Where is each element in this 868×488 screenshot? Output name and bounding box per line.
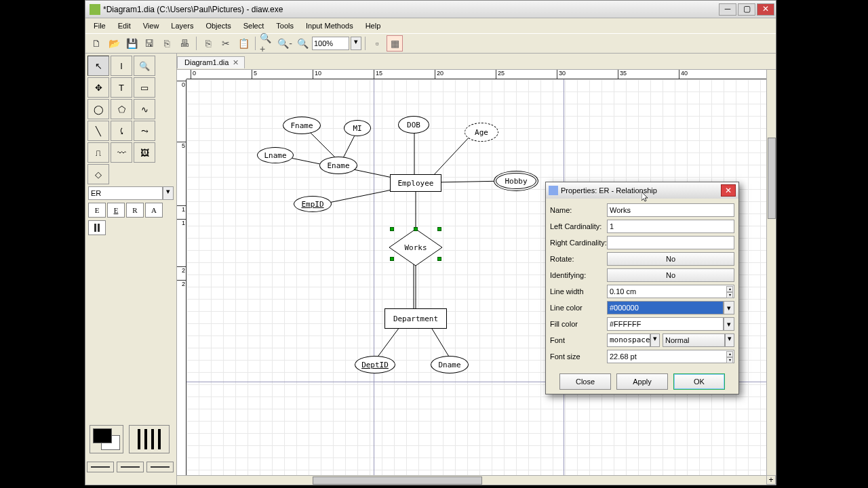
menu-layers[interactable]: Layers — [165, 20, 199, 31]
input-linecolor[interactable]: #000000 — [607, 301, 724, 314]
er-weakentity-icon[interactable]: E — [107, 203, 125, 218]
save-icon[interactable]: 💾 — [123, 35, 140, 52]
polyline-tool-icon[interactable]: ⎍ — [87, 142, 109, 163]
menu-objects[interactable]: Objects — [200, 20, 236, 31]
fillcolor-dropdown-icon[interactable]: ▾ — [724, 317, 734, 331]
spin-up-icon[interactable]: ▴ — [726, 286, 733, 292]
menu-input-methods[interactable]: Input Methods — [300, 20, 359, 31]
window-close-button[interactable]: ✕ — [757, 3, 774, 16]
er-attr-empid[interactable]: EmpID — [294, 196, 332, 212]
zoomout-icon[interactable]: 🔍- — [277, 35, 293, 52]
ok-button[interactable]: OK — [673, 373, 725, 390]
fontstyle-dropdown-icon[interactable]: ▾ — [725, 333, 734, 347]
input-rightcard[interactable] — [607, 236, 734, 249]
input-name[interactable]: Works — [607, 203, 734, 217]
er-participation-icon[interactable] — [88, 220, 106, 235]
zoom-tool-icon[interactable]: 🔍 — [134, 56, 155, 76]
close-button[interactable]: Close — [559, 373, 611, 390]
zigzag-tool-icon[interactable]: ⤳ — [134, 121, 155, 141]
input-font-style[interactable]: Normal — [663, 333, 725, 347]
separator — [255, 37, 256, 50]
er-attr-dname[interactable]: Dname — [431, 356, 469, 373]
er-entity-icon[interactable]: E — [88, 203, 106, 218]
polygon-tool-icon[interactable]: ⬠ — [111, 99, 132, 119]
er-entity-department[interactable]: Department — [384, 308, 447, 329]
pointer-tool-icon[interactable]: ↖ — [87, 56, 109, 76]
bezierline-tool-icon[interactable]: 〰 — [111, 142, 132, 163]
print-icon[interactable]: 🖶 — [176, 35, 193, 52]
text-tool-icon[interactable]: T — [111, 77, 132, 98]
toggle-rotate[interactable]: No — [607, 252, 734, 266]
grid-icon[interactable]: ▦ — [387, 35, 403, 52]
input-fontsize[interactable]: 22.68 pt ▴▾ — [607, 350, 734, 363]
image-tool-icon[interactable]: 🖼 — [134, 142, 155, 163]
snap-icon[interactable]: ▫ — [369, 35, 385, 52]
color-swatch[interactable] — [90, 425, 123, 453]
fontfamily-dropdown-icon[interactable]: ▾ — [650, 333, 660, 347]
er-attr-mi[interactable]: MI — [344, 120, 371, 136]
open-icon[interactable]: 📂 — [106, 35, 122, 52]
scrollbar-vertical[interactable] — [766, 70, 776, 475]
outline-tool-icon[interactable]: ◇ — [87, 164, 109, 184]
er-entity-employee[interactable]: Employee — [390, 174, 441, 192]
input-leftcard[interactable]: 1 — [607, 220, 734, 233]
er-attr-fname[interactable]: Fname — [283, 117, 321, 134]
er-attribute-icon[interactable]: A — [145, 203, 163, 218]
export-icon[interactable]: ⎘ — [159, 35, 175, 52]
menu-view[interactable]: View — [138, 20, 165, 31]
shape-category-dropdown-icon[interactable]: ▾ — [163, 186, 174, 200]
zoom-corner-icon[interactable]: + — [766, 475, 776, 485]
input-linewidth[interactable]: 0.10 cm ▴▾ — [607, 285, 734, 298]
input-fillcolor[interactable]: #FFFFFF — [607, 317, 724, 331]
dialog-close-button[interactable]: ✕ — [721, 184, 736, 197]
tab-close-icon[interactable]: ✕ — [233, 58, 239, 67]
er-attr-dob[interactable]: DOB — [398, 116, 429, 134]
paste-icon[interactable]: 📋 — [235, 35, 252, 52]
line-start-style[interactable] — [87, 462, 114, 472]
ellipse-tool-icon[interactable]: ◯ — [87, 99, 109, 119]
spin-down-icon[interactable]: ▾ — [726, 357, 733, 363]
er-attr-ename[interactable]: Ename — [319, 157, 357, 174]
er-attr-deptid[interactable]: DeptID — [355, 356, 395, 373]
zoomfit-icon[interactable]: 🔍 — [294, 35, 311, 52]
new-icon[interactable]: 🗋 — [88, 35, 104, 52]
box-tool-icon[interactable]: ▭ — [134, 77, 155, 98]
arc-tool-icon[interactable]: ⤹ — [111, 121, 132, 141]
maximize-button[interactable]: ▢ — [738, 3, 755, 16]
menu-edit[interactable]: Edit — [113, 20, 136, 31]
spin-up-icon[interactable]: ▴ — [726, 351, 733, 357]
menu-file[interactable]: File — [88, 20, 111, 31]
apply-button[interactable]: Apply — [616, 373, 668, 390]
scroll-tool-icon[interactable]: ✥ — [87, 77, 109, 98]
zoom-dropdown-icon[interactable]: ▾ — [351, 37, 361, 50]
input-font-family[interactable]: monospace — [607, 333, 650, 347]
er-relationship-icon[interactable]: R — [126, 203, 144, 218]
line-dash-style[interactable] — [117, 462, 144, 472]
er-rel-works[interactable]: Works — [389, 228, 443, 266]
window-title: *Diagram1.dia (C:\Users\Paul\Pictures) -… — [103, 5, 719, 14]
menu-help[interactable]: Help — [360, 20, 387, 31]
line-tool-icon[interactable]: ╲ — [87, 121, 109, 141]
er-attr-lname[interactable]: Lname — [257, 147, 294, 163]
zoomin-icon[interactable]: 🔍+ — [259, 35, 275, 52]
menu-tools[interactable]: Tools — [271, 20, 299, 31]
zoom-input[interactable]: 100% — [312, 37, 349, 50]
linecolor-dropdown-icon[interactable]: ▾ — [724, 301, 734, 314]
svg-line-5 — [432, 135, 471, 177]
text-cursor-tool-icon[interactable]: I — [111, 56, 132, 76]
menu-select[interactable]: Select — [238, 20, 270, 31]
tab-diagram1[interactable]: Diagram1.dia ✕ — [177, 56, 245, 68]
toggle-identifying[interactable]: No — [607, 268, 734, 282]
er-attr-age[interactable]: Age — [465, 123, 498, 142]
line-end-style[interactable] — [146, 462, 174, 472]
scrollbar-horizontal[interactable] — [177, 475, 766, 485]
spin-down-icon[interactable]: ▾ — [726, 292, 733, 298]
saveas-icon[interactable]: 🖫 — [141, 35, 157, 52]
minimize-button[interactable]: ─ — [719, 3, 736, 16]
er-attr-hobby[interactable]: Hobby — [496, 173, 536, 189]
cut-icon[interactable]: ✂ — [218, 35, 234, 52]
pattern-chooser[interactable] — [129, 425, 170, 453]
bezier-tool-icon[interactable]: ∿ — [134, 99, 155, 119]
shape-category-input[interactable]: ER — [88, 186, 163, 200]
copy-icon[interactable]: ⎘ — [200, 35, 216, 52]
